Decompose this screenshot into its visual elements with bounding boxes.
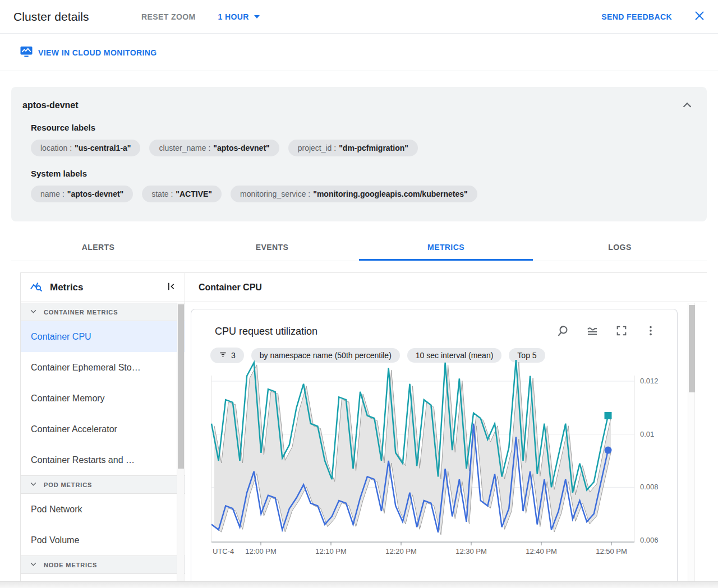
chevron-down-icon — [30, 561, 37, 569]
sidebar-scrollbar-thumb[interactable] — [178, 304, 184, 469]
chart-title: CPU request utilization — [215, 326, 317, 337]
axis-tick-label: 12:40 PM — [526, 547, 557, 555]
time-range-dropdown[interactable]: 1 HOUR — [217, 9, 261, 25]
label-chip: cluster_name :"aptos-devnet" — [149, 140, 279, 156]
axis-tick-label: 0.008 — [640, 483, 659, 491]
label-value: "aptos-devnet" — [67, 189, 123, 198]
collapse-panel-icon — [165, 285, 177, 294]
axis-tick-label: 12:30 PM — [455, 547, 487, 555]
view-in-cloud-monitoring-link[interactable]: VIEW IN CLOUD MONITORING — [20, 46, 157, 59]
monitoring-link-row: VIEW IN CLOUD MONITORING — [0, 34, 718, 71]
label-chip: monitoring_service :"monitoring.googleap… — [231, 186, 477, 202]
label-chip: location :"us-central1-a" — [31, 140, 140, 156]
system-labels-section: System labels name :"aptos-devnet"state … — [31, 169, 696, 202]
close-icon — [693, 10, 706, 24]
reset-zoom-button[interactable]: RESET ZOOM — [140, 9, 197, 25]
label-key: state : — [151, 189, 173, 198]
sidebar-item-pod-volume[interactable]: Pod Volume — [21, 525, 185, 555]
cluster-name: aptos-devnet — [22, 100, 696, 110]
axis-tick-label: 12:20 PM — [385, 547, 417, 555]
sidebar-item-container-accelerator[interactable]: Container Accelerator — [21, 414, 185, 445]
cluster-info-panel: aptos-devnet Resource labels location :"… — [11, 87, 707, 221]
metrics-group-header[interactable]: NODE METRICS — [21, 555, 185, 574]
label-key: project_id : — [298, 143, 336, 152]
metrics-content: Metrics CONTAINER METRICSContainer CPUCo… — [20, 272, 707, 581]
chart-options-button[interactable] — [585, 324, 600, 339]
label-chip: state :"ACTIVE" — [142, 186, 222, 202]
axis-tick-label: 12:50 PM — [596, 547, 627, 555]
sidebar-item-container-cpu[interactable]: Container CPU — [21, 321, 185, 352]
main-scrollbar-thumb[interactable] — [689, 305, 695, 392]
zoom-reset-button[interactable] — [556, 324, 570, 339]
label-chip: project_id :"dm-pcfmigration" — [288, 140, 418, 156]
label-key: monitoring_service : — [240, 189, 310, 198]
label-key: cluster_name : — [159, 143, 210, 152]
resource-labels-title: Resource labels — [31, 123, 696, 132]
sidebar-header: Metrics — [21, 273, 185, 302]
panel-collapse-button[interactable] — [681, 99, 693, 113]
resource-labels-section: Resource labels location :"us-central1-a… — [31, 123, 696, 156]
sidebar-item-pod-network[interactable]: Pod Network — [21, 494, 185, 525]
series-end-marker-circle — [605, 447, 612, 454]
sidebar-item-container-ephemeral-sto[interactable]: Container Ephemeral Sto… — [21, 352, 185, 383]
tab-metrics[interactable]: METRICS — [359, 235, 533, 261]
filter-count: 3 — [231, 351, 236, 360]
system-labels-chips: name :"aptos-devnet"state :"ACTIVE"monit… — [31, 186, 696, 202]
send-feedback-button[interactable]: SEND FEEDBACK — [600, 9, 673, 25]
metrics-group-label: NODE METRICS — [44, 562, 97, 568]
metrics-group-header[interactable]: CONTAINER METRICS — [21, 303, 185, 321]
axis-tick-label: 0.006 — [640, 536, 659, 544]
main-scrollbar[interactable] — [688, 303, 695, 581]
detail-tabs: ALERTSEVENTSMETRICSLOGS — [11, 235, 707, 261]
close-button[interactable] — [692, 10, 707, 24]
label-chip: name :"aptos-devnet" — [31, 186, 133, 202]
metrics-search-icon — [30, 280, 43, 295]
sidebar-item-container-memory[interactable]: Container Memory — [21, 383, 185, 414]
label-key: name : — [40, 189, 65, 198]
metrics-group-header[interactable]: POD METRICS — [21, 475, 185, 494]
time-range-label: 1 HOUR — [218, 12, 249, 21]
label-value: "ACTIVE" — [176, 189, 212, 198]
label-value: "aptos-devnet" — [213, 143, 269, 152]
fullscreen-icon — [615, 325, 628, 339]
resource-labels-chips: location :"us-central1-a"cluster_name :"… — [31, 140, 696, 156]
axis-tick-label: 12:10 PM — [315, 547, 347, 555]
page-title: Cluster details — [13, 10, 140, 24]
tab-events[interactable]: EVENTS — [185, 235, 359, 261]
chevron-up-icon — [681, 105, 693, 113]
metric-detail-pane: Container CPU CPU request utilization — [185, 272, 707, 581]
sidebar-title: Metrics — [50, 282, 84, 293]
dialog-header: Cluster details RESET ZOOM 1 HOUR SEND F… — [0, 0, 718, 34]
metrics-sidebar: Metrics CONTAINER METRICSContainer CPUCo… — [20, 272, 185, 581]
label-value: "us-central1-a" — [75, 143, 131, 152]
metrics-group-label: POD METRICS — [44, 481, 92, 488]
more-vert-icon — [645, 325, 657, 339]
chart-toolbar — [556, 324, 658, 339]
window-bottom-edge — [0, 581, 718, 588]
sidebar-scrollbar[interactable] — [177, 303, 184, 581]
series-end-marker-square — [605, 412, 612, 419]
sidebar-item-container-restarts-and[interactable]: Container Restarts and … — [21, 445, 185, 475]
sidebar-collapse-button[interactable] — [165, 281, 177, 294]
chart-card-header: CPU request utilization — [191, 309, 677, 339]
metrics-group-label: CONTAINER METRICS — [44, 309, 118, 316]
more-options-button[interactable] — [643, 324, 658, 339]
label-value: "monitoring.googleapis.com/kubernetes" — [313, 189, 467, 198]
metric-section-title: Container CPU — [185, 273, 707, 302]
caret-down-icon — [254, 15, 260, 18]
monitoring-chart-icon — [20, 46, 33, 59]
cpu-utilization-chart[interactable]: UTC-412:00 PM12:10 PM12:20 PM12:30 PM12:… — [191, 360, 678, 556]
chart-options-icon — [586, 324, 599, 339]
chart-card: CPU request utilization — [191, 309, 678, 582]
axis-tick-label: UTC-4 — [213, 547, 234, 555]
axis-tick-label: 0.012 — [640, 377, 659, 385]
filter-icon — [219, 350, 227, 360]
fullscreen-button[interactable] — [614, 324, 629, 339]
chevron-down-icon — [30, 480, 37, 489]
system-labels-title: System labels — [31, 169, 696, 178]
tab-alerts[interactable]: ALERTS — [11, 235, 185, 261]
chevron-down-icon — [30, 308, 37, 316]
axis-tick-label: 12:00 PM — [245, 547, 277, 555]
tab-logs[interactable]: LOGS — [533, 235, 707, 261]
label-value: "dm-pcfmigration" — [339, 143, 408, 152]
